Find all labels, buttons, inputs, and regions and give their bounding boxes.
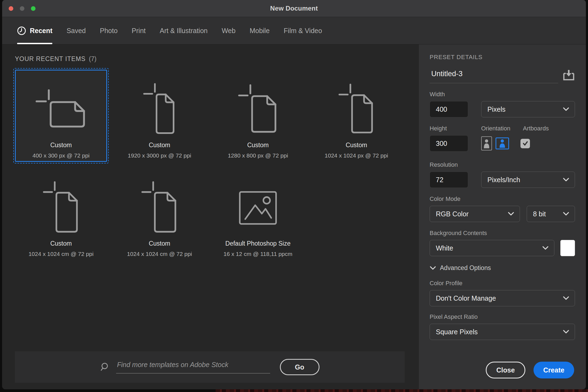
tab-label: Recent: [30, 27, 52, 35]
tab-mobile[interactable]: Mobile: [250, 17, 270, 44]
tab-film-video[interactable]: Film & Video: [284, 17, 322, 44]
advanced-options-toggle[interactable]: Advanced Options: [430, 264, 575, 272]
tab-art-illustration[interactable]: Art & Illustration: [160, 17, 207, 44]
recent-items-count: (7): [89, 55, 97, 62]
category-tabbar: RecentSavedPhotoPrintArt & IllustrationW…: [2, 17, 586, 44]
doc-portrait-tall-icon: [40, 182, 82, 234]
recent-item-name: Custom: [149, 240, 170, 247]
recent-item-name: Custom: [50, 240, 72, 247]
background-contents-label: Background Contents: [430, 230, 575, 237]
recent-item-card[interactable]: Custom1024 x 1024 cm @ 72 ppi: [15, 168, 107, 260]
color-mode-value: RGB Color: [436, 210, 508, 218]
go-button[interactable]: Go: [280, 359, 319, 375]
create-button[interactable]: Create: [533, 362, 574, 378]
orientation-landscape-button[interactable]: [496, 137, 509, 149]
save-preset-button[interactable]: [563, 69, 575, 82]
artboards-label: Artboards: [523, 125, 549, 132]
resolution-unit-dropdown[interactable]: Pixels/Inch: [481, 172, 575, 188]
chevron-down-icon: [563, 107, 569, 111]
recent-item-card[interactable]: Custom1024 x 1024 cm @ 72 ppi: [113, 168, 206, 260]
chevron-down-icon: [563, 212, 569, 216]
background-app-strip: [0, 389, 588, 392]
recent-item-card[interactable]: Custom1920 x 3000 px @ 72 ppi: [113, 70, 206, 162]
chevron-down-icon: [563, 296, 569, 300]
recent-items-heading-text: YOUR RECENT ITEMS: [15, 55, 86, 62]
tab-label: Saved: [66, 27, 86, 35]
recent-items-grid: Custom400 x 300 px @ 72 ppi Custom1920 x…: [15, 70, 418, 260]
titlebar: New Document: [2, 0, 586, 17]
color-profile-dropdown[interactable]: Don't Color Manage: [430, 290, 575, 306]
photo-icon: [235, 182, 281, 234]
width-input[interactable]: [430, 101, 468, 117]
recent-item-card[interactable]: Custom400 x 300 px @ 72 ppi: [15, 70, 107, 162]
tab-photo[interactable]: Photo: [100, 17, 117, 44]
background-color-swatch[interactable]: [560, 240, 575, 256]
recent-item-name: Custom: [50, 142, 72, 149]
color-mode-dropdown[interactable]: RGB Color: [430, 206, 520, 222]
doc-portrait-icon: [335, 83, 378, 136]
width-unit-dropdown[interactable]: Pixels: [481, 101, 575, 117]
doc-landscape-icon: [33, 83, 89, 136]
recent-item-card[interactable]: Custom1024 x 1024 px @ 72 ppi: [310, 70, 402, 162]
background-canvas-sliver: [216, 389, 588, 392]
recent-items-heading: YOUR RECENT ITEMS(7): [15, 55, 418, 63]
recent-item-size: 1280 x 800 px @ 72 ppi: [228, 152, 288, 159]
clock-icon: [17, 26, 26, 35]
color-profile-label: Color Profile: [430, 280, 575, 287]
resolution-input[interactable]: [430, 172, 468, 188]
background-contents-value: White: [436, 244, 542, 252]
landscape-person-icon: [498, 139, 506, 148]
doc-portrait-narrow-icon: [139, 83, 180, 136]
new-document-dialog: New Document RecentSavedPhotoPrintArt & …: [2, 0, 586, 389]
height-input[interactable]: [430, 135, 468, 152]
bit-depth-value: 8 bit: [533, 210, 563, 218]
tab-saved[interactable]: Saved: [66, 17, 86, 44]
bit-depth-dropdown[interactable]: 8 bit: [527, 206, 575, 222]
recent-items-area: YOUR RECENT ITEMS(7) Custom400 x 300 px …: [2, 44, 418, 389]
traffic-lights: [9, 0, 36, 17]
resolution-unit-value: Pixels/Inch: [487, 176, 563, 184]
recent-item-size: 1024 x 1024 cm @ 72 ppi: [28, 251, 94, 257]
orientation-portrait-button[interactable]: [481, 136, 492, 150]
stock-search-input[interactable]: [116, 361, 270, 374]
close-button[interactable]: Close: [486, 362, 525, 378]
chevron-down-icon: [508, 212, 514, 216]
zoom-window-button[interactable]: [31, 6, 36, 11]
tab-print[interactable]: Print: [132, 17, 146, 44]
window-title: New Document: [270, 5, 318, 12]
save-preset-icon: [563, 69, 575, 81]
minimize-window-button[interactable]: [20, 6, 24, 11]
orientation-label: Orientation: [481, 125, 523, 132]
recent-item-card[interactable]: Custom1280 x 800 px @ 72 ppi: [212, 70, 304, 162]
tab-recent[interactable]: Recent: [17, 17, 52, 44]
recent-item-name: Custom: [346, 142, 367, 149]
height-label: Height: [430, 125, 481, 132]
tab-web[interactable]: Web: [222, 17, 235, 44]
recent-item-size: 400 x 300 px @ 72 ppi: [33, 152, 90, 159]
resolution-label: Resolution: [430, 161, 575, 168]
advanced-options-label: Advanced Options: [440, 264, 491, 272]
portrait-person-icon: [483, 138, 490, 149]
background-contents-dropdown[interactable]: White: [430, 240, 554, 256]
color-mode-label: Color Mode: [430, 195, 575, 203]
recent-item-name: Default Photoshop Size: [225, 240, 290, 247]
preset-details-header: PRESET DETAILS: [430, 54, 575, 61]
tab-label: Web: [222, 27, 235, 35]
recent-item-size: 1920 x 3000 px @ 72 ppi: [128, 152, 191, 159]
recent-item-card[interactable]: Default Photoshop Size16 x 12 cm @ 118,1…: [212, 168, 304, 260]
tab-label: Photo: [100, 27, 117, 35]
pixel-aspect-ratio-value: Square Pixels: [436, 328, 563, 336]
recent-item-size: 16 x 12 cm @ 118,11 ppcm: [223, 251, 292, 257]
color-profile-value: Don't Color Manage: [436, 294, 563, 302]
pixel-aspect-ratio-label: Pixel Aspect Ratio: [430, 313, 575, 320]
recent-item-size: 1024 x 1024 px @ 72 ppi: [325, 152, 388, 159]
search-icon: [100, 362, 110, 372]
artboards-checkbox[interactable]: [520, 139, 530, 148]
doc-portrait-tall-icon: [138, 182, 181, 234]
tab-label: Print: [132, 27, 146, 35]
recent-item-name: Custom: [149, 142, 170, 149]
close-window-button[interactable]: [9, 6, 13, 11]
pixel-aspect-ratio-dropdown[interactable]: Square Pixels: [430, 324, 575, 340]
width-unit-value: Pixels: [487, 105, 563, 113]
document-name-field[interactable]: Untitled-3: [430, 70, 558, 83]
